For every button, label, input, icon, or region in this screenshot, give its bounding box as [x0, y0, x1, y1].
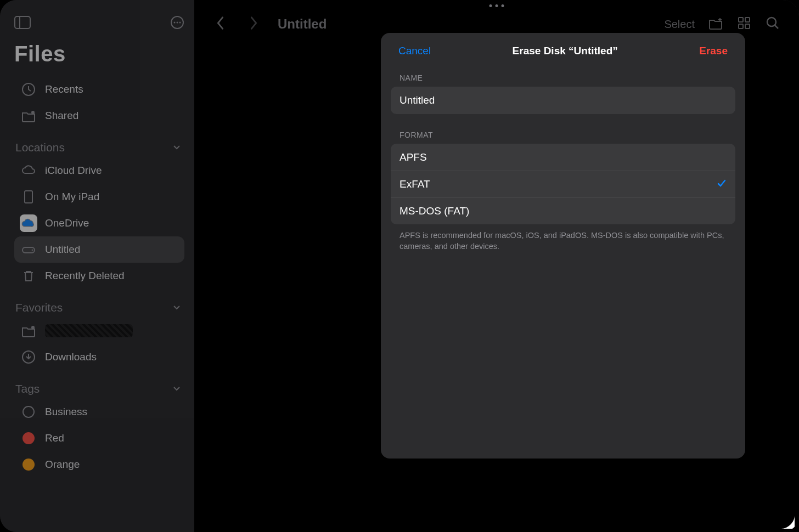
app-title: Files — [14, 42, 184, 66]
sidebar-item-icloud[interactable]: iCloud Drive — [14, 157, 184, 184]
svg-rect-15 — [739, 24, 743, 29]
sidebar-item-label: Business — [45, 406, 87, 418]
ipad-icon — [20, 190, 37, 204]
sidebar-item-downloads[interactable]: Downloads — [14, 344, 184, 370]
folder-person-icon — [20, 324, 37, 338]
svg-point-17 — [767, 18, 776, 26]
sidebar-item-label: Recently Deleted — [45, 270, 125, 282]
svg-point-11 — [31, 326, 35, 329]
svg-point-3 — [174, 22, 176, 24]
sidebar-item-favorite-redacted[interactable] — [14, 318, 184, 344]
erase-button[interactable]: Erase — [699, 45, 728, 57]
forward-icon[interactable] — [246, 15, 261, 33]
sidebar-item-tag-business[interactable]: Business — [14, 399, 184, 425]
format-option-apfs[interactable]: APFS — [391, 144, 735, 171]
back-icon[interactable] — [213, 15, 228, 33]
checkmark-icon — [717, 178, 727, 191]
format-option-label: ExFAT — [400, 178, 430, 190]
cloud-icon — [20, 163, 37, 178]
window-icon[interactable] — [14, 16, 31, 31]
disk-name-input[interactable] — [391, 87, 735, 114]
sidebar-item-label: Orange — [45, 459, 80, 471]
format-option-exfat[interactable]: ExFAT — [391, 171, 735, 197]
erase-disk-dialog: Cancel Erase Disk “Untitled” Erase NAME … — [381, 33, 745, 459]
cancel-button[interactable]: Cancel — [398, 45, 431, 57]
svg-point-5 — [179, 22, 181, 24]
tag-dot-icon — [20, 459, 37, 471]
tag-dot-icon — [20, 432, 37, 444]
svg-rect-0 — [15, 16, 30, 29]
svg-point-4 — [177, 22, 178, 24]
sidebar-item-label: OneDrive — [45, 217, 89, 229]
sidebar-item-label: iCloud Drive — [45, 165, 102, 177]
sidebar-item-label: Red — [45, 432, 64, 444]
location-title: Untitled — [278, 16, 327, 32]
svg-rect-16 — [745, 24, 750, 29]
drive-icon — [20, 242, 37, 257]
main-content: Untitled Select Cancel Erase Disk “Untit… — [194, 0, 799, 532]
sidebar-item-onmyipad[interactable]: On My iPad — [14, 184, 184, 210]
format-option-label: MS-DOS (FAT) — [400, 205, 469, 217]
svg-point-7 — [31, 111, 35, 114]
view-grid-icon[interactable] — [736, 15, 752, 33]
section-header-tags[interactable]: Tags — [14, 382, 184, 395]
sidebar-item-untitled[interactable]: Untitled — [14, 236, 184, 263]
sidebar-item-label: Downloads — [45, 351, 97, 363]
onedrive-icon — [20, 214, 37, 232]
disk-name-input-field[interactable] — [400, 94, 727, 106]
search-icon[interactable] — [765, 15, 780, 33]
tag-dot-icon — [20, 406, 37, 418]
more-options-icon[interactable] — [170, 15, 184, 32]
sidebar: Files Recents Shared Locations iCloud Dr… — [0, 0, 194, 532]
sidebar-item-label: Recents — [45, 83, 83, 95]
format-help-text: APFS is recommended for macOS, iOS, and … — [381, 224, 745, 252]
clock-icon — [20, 82, 37, 97]
new-folder-icon[interactable] — [708, 15, 723, 33]
sidebar-item-tag-red[interactable]: Red — [14, 425, 184, 451]
chevron-down-icon — [172, 301, 181, 314]
sidebar-item-label: On My iPad — [45, 191, 99, 203]
select-button[interactable]: Select — [664, 18, 695, 31]
sidebar-item-recents[interactable]: Recents — [14, 76, 184, 103]
chevron-down-icon — [172, 382, 181, 395]
format-options: APFS ExFAT MS-DOS (FAT) — [391, 144, 735, 224]
sidebar-item-label: Untitled — [45, 244, 80, 256]
svg-rect-13 — [739, 18, 743, 22]
dialog-title: Erase Disk “Untitled” — [513, 45, 618, 57]
folder-person-icon — [20, 109, 37, 123]
redacted-label — [45, 324, 133, 337]
svg-rect-14 — [745, 18, 750, 22]
name-field-label: NAME — [381, 73, 745, 82]
svg-point-10 — [32, 250, 33, 251]
trash-icon — [20, 269, 37, 283]
page-curl-icon — [780, 514, 796, 530]
sidebar-item-recently-deleted[interactable]: Recently Deleted — [14, 263, 184, 289]
download-circle-icon — [20, 350, 37, 364]
sidebar-item-onedrive[interactable]: OneDrive — [14, 210, 184, 236]
sidebar-item-tag-orange[interactable]: Orange — [14, 451, 184, 478]
sidebar-item-shared[interactable]: Shared — [14, 103, 184, 129]
format-field-label: FORMAT — [381, 131, 745, 139]
format-option-msdos[interactable]: MS-DOS (FAT) — [391, 197, 735, 224]
section-header-favorites[interactable]: Favorites — [14, 301, 184, 314]
section-header-locations[interactable]: Locations — [14, 141, 184, 154]
chevron-down-icon — [172, 141, 181, 154]
sidebar-item-label: Shared — [45, 110, 78, 122]
format-option-label: APFS — [400, 151, 427, 163]
svg-rect-8 — [25, 191, 32, 203]
